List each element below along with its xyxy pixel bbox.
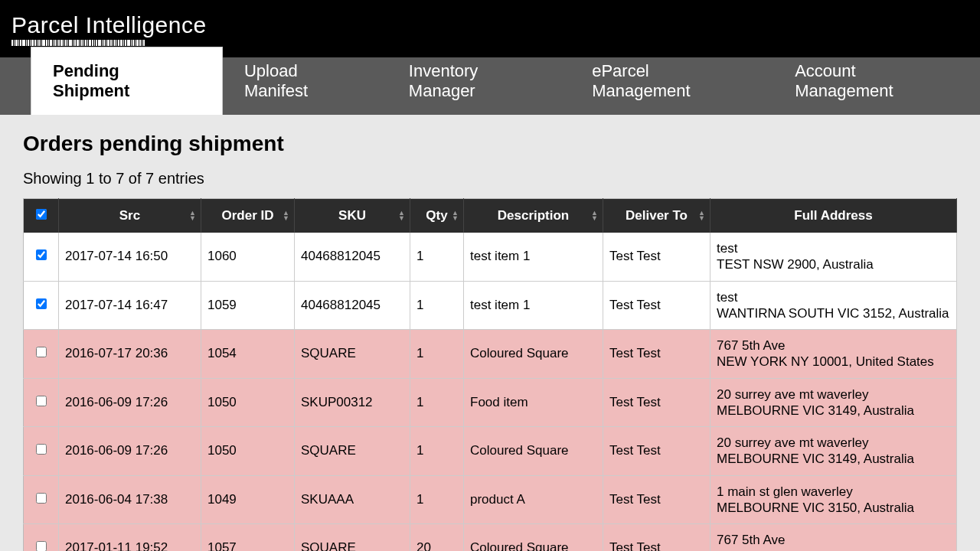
cell-sku: 40468812045: [295, 233, 410, 281]
main-nav: Pending ShipmentUpload ManifestInventory…: [0, 57, 980, 115]
cell-full-address: testWANTIRNA SOUTH VIC 3152, Australia: [710, 281, 957, 330]
cell-deliver-to: Test Test: [603, 427, 710, 476]
header-deliver-to[interactable]: Deliver To▲▼: [603, 199, 710, 233]
cell-qty: 1: [410, 427, 464, 476]
table-row: 2017-07-14 16:501060404688120451test ite…: [24, 233, 957, 281]
cell-description: Coloured Square: [464, 330, 603, 379]
cell-sku: SQUARE: [295, 330, 410, 379]
header-full-address[interactable]: Full Address: [710, 199, 957, 233]
sort-icon: ▲▼: [398, 210, 405, 221]
header-qty-label: Qty: [426, 208, 447, 223]
orders-tbody: 2017-07-14 16:501060404688120451test ite…: [24, 233, 957, 551]
cell-deliver-to: Test Test: [603, 475, 710, 524]
cell-qty: 1: [410, 281, 464, 330]
table-row: 2017-01-11 19:521057SQUARE20Coloured Squ…: [24, 524, 957, 552]
cell-full-address: 1 main st glen waverleyMELBOURNE VIC 315…: [710, 475, 957, 524]
sort-icon: ▲▼: [283, 210, 289, 221]
sort-icon: ▲▼: [698, 210, 705, 221]
app-name: Parcel Intelligence: [11, 12, 207, 38]
header-deliver-to-label: Deliver To: [626, 208, 688, 223]
cell-full-address: 767 5th AveNEW YORK NY 10001, United Sta…: [710, 330, 957, 379]
main-content: Orders pending shipment Showing 1 to 7 o…: [0, 115, 980, 551]
header-order-id-label: Order ID: [221, 208, 273, 223]
cell-order-id: 1057: [201, 524, 295, 552]
header-sku-label: SKU: [338, 208, 366, 223]
sort-icon: ▲▼: [189, 210, 196, 221]
nav-tab-inventory-manager[interactable]: Inventory Manager: [387, 47, 570, 115]
cell-description: test item 1: [464, 281, 603, 330]
sort-icon: ▲▼: [452, 210, 459, 221]
header-src-label: Src: [119, 208, 140, 223]
cell-deliver-to: Test Test: [603, 524, 710, 552]
cell-order-id: 1060: [201, 233, 295, 281]
cell-src: 2017-07-14 16:47: [59, 281, 201, 330]
cell-full-address: 20 surrey ave mt waverleyMELBOURNE VIC 3…: [710, 378, 957, 427]
header-description-label: Description: [498, 208, 570, 223]
cell-order-id: 1049: [201, 475, 295, 524]
cell-description: product A: [464, 475, 603, 524]
row-checkbox[interactable]: [36, 541, 47, 551]
cell-sku: SKUAAA: [295, 475, 410, 524]
cell-src: 2017-07-14 16:50: [59, 233, 201, 281]
header-description[interactable]: Description▲▼: [464, 199, 603, 233]
cell-qty: 1: [410, 330, 464, 379]
table-row: 2017-07-14 16:471059404688120451test ite…: [24, 281, 957, 330]
orders-table: Src▲▼ Order ID▲▼ SKU▲▼ Qty▲▼ Description…: [23, 198, 957, 551]
cell-deliver-to: Test Test: [603, 233, 710, 281]
cell-order-id: 1050: [201, 378, 295, 427]
row-checkbox[interactable]: [36, 444, 47, 455]
cell-sku: SQUARE: [295, 427, 410, 476]
header-qty[interactable]: Qty▲▼: [410, 199, 464, 233]
header-full-address-label: Full Address: [794, 208, 872, 223]
cell-src: 2016-06-09 17:26: [59, 378, 201, 427]
cell-sku: SKUP00312: [295, 378, 410, 427]
cell-description: Coloured Square: [464, 427, 603, 476]
cell-order-id: 1059: [201, 281, 295, 330]
row-checkbox[interactable]: [36, 396, 47, 406]
cell-order-id: 1050: [201, 427, 295, 476]
nav-tab-upload-manifest[interactable]: Upload Manifest: [223, 47, 387, 115]
page-title: Orders pending shipment: [23, 132, 957, 156]
app-logo: Parcel Intelligence: [11, 12, 207, 46]
nav-tab-eparcel-management[interactable]: eParcel Management: [570, 47, 773, 115]
cell-deliver-to: Test Test: [603, 378, 710, 427]
entries-count: Showing 1 to 7 of 7 entries: [23, 170, 957, 187]
barcode-icon: [11, 40, 207, 46]
cell-description: test item 1: [464, 233, 603, 281]
cell-qty: 1: [410, 475, 464, 524]
nav-tab-pending-shipment[interactable]: Pending Shipment: [31, 47, 223, 115]
table-row: 2016-06-04 17:381049SKUAAA1product ATest…: [24, 475, 957, 524]
nav-tab-account-management[interactable]: Account Management: [773, 47, 980, 115]
cell-src: 2016-07-17 20:36: [59, 330, 201, 379]
cell-deliver-to: Test Test: [603, 281, 710, 330]
header-sku[interactable]: SKU▲▼: [295, 199, 410, 233]
cell-qty: 20: [410, 524, 464, 552]
cell-src: 2016-06-09 17:26: [59, 427, 201, 476]
cell-src: 2017-01-11 19:52: [59, 524, 201, 552]
row-checkbox[interactable]: [36, 493, 47, 504]
sort-icon: ▲▼: [591, 210, 598, 221]
cell-full-address: 767 5th AveNEW YORK NY 10001, United Sta…: [710, 524, 957, 552]
cell-sku: 40468812045: [295, 281, 410, 330]
cell-sku: SQUARE: [295, 524, 410, 552]
cell-qty: 1: [410, 378, 464, 427]
select-all-checkbox[interactable]: [36, 209, 47, 220]
cell-order-id: 1054: [201, 330, 295, 379]
cell-deliver-to: Test Test: [603, 330, 710, 379]
row-checkbox[interactable]: [36, 347, 47, 357]
table-row: 2016-07-17 20:361054SQUARE1Coloured Squa…: [24, 330, 957, 379]
header-select-all[interactable]: [24, 199, 59, 233]
header-order-id[interactable]: Order ID▲▼: [201, 199, 295, 233]
cell-qty: 1: [410, 233, 464, 281]
cell-full-address: 20 surrey ave mt waverleyMELBOURNE VIC 3…: [710, 427, 957, 476]
table-row: 2016-06-09 17:261050SQUARE1Coloured Squa…: [24, 427, 957, 476]
table-row: 2016-06-09 17:261050SKUP003121Food itemT…: [24, 378, 957, 427]
cell-description: Coloured Square: [464, 524, 603, 552]
cell-description: Food item: [464, 378, 603, 427]
row-checkbox[interactable]: [36, 249, 47, 260]
row-checkbox[interactable]: [36, 298, 47, 309]
cell-full-address: testTEST NSW 2900, Australia: [710, 233, 957, 281]
cell-src: 2016-06-04 17:38: [59, 475, 201, 524]
header-src[interactable]: Src▲▼: [59, 199, 201, 233]
